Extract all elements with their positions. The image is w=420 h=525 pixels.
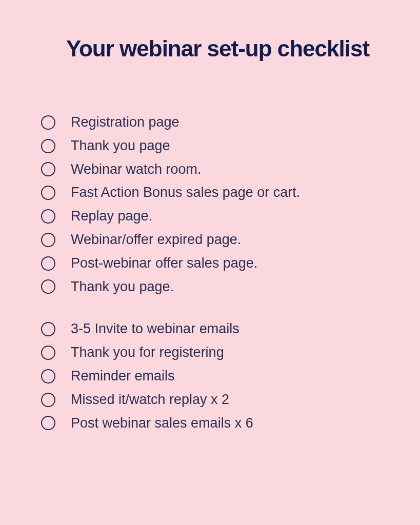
- checkbox-icon[interactable]: [41, 369, 55, 383]
- list-item: Reminder emails: [41, 367, 394, 386]
- list-item: Missed it/watch replay x 2: [41, 390, 394, 410]
- checkbox-icon[interactable]: [41, 162, 55, 176]
- checklist-container: Your webinar set-up checklist Registrati…: [0, 0, 420, 481]
- checkbox-icon[interactable]: [41, 186, 55, 200]
- item-label: Registration page: [71, 113, 179, 132]
- item-label: Thank you page: [71, 136, 170, 156]
- checkbox-icon[interactable]: [41, 393, 55, 407]
- item-label: Thank you for registering: [71, 343, 224, 362]
- item-label: Webinar/offer expired page.: [71, 230, 241, 250]
- item-label: Fast Action Bonus sales page or cart.: [71, 183, 300, 203]
- item-label: Webinar watch room.: [71, 160, 202, 179]
- list-item: Replay page.: [41, 207, 394, 226]
- item-label: Post webinar sales emails x 6: [71, 414, 253, 433]
- item-label: Reminder emails: [71, 367, 175, 386]
- checklist-group-pages: Registration page Thank you page Webinar…: [41, 113, 394, 296]
- list-item: Registration page: [41, 113, 394, 132]
- checkbox-icon[interactable]: [41, 416, 55, 430]
- list-item: Fast Action Bonus sales page or cart.: [41, 183, 394, 203]
- checkbox-icon[interactable]: [41, 115, 55, 130]
- list-item: Webinar watch room.: [41, 160, 394, 179]
- page-title: Your webinar set-up checklist: [41, 36, 394, 62]
- checkbox-icon[interactable]: [41, 209, 55, 224]
- item-label: Post-webinar offer sales page.: [71, 254, 257, 273]
- item-label: Replay page.: [71, 207, 152, 226]
- list-item: Thank you for registering: [41, 343, 394, 362]
- list-item: Thank you page.: [41, 277, 394, 297]
- list-item: Thank you page: [41, 136, 394, 156]
- item-label: Thank you page.: [71, 277, 174, 297]
- checkbox-icon[interactable]: [41, 139, 55, 153]
- list-item: Post webinar sales emails x 6: [41, 414, 394, 433]
- checkbox-icon[interactable]: [41, 233, 55, 247]
- checkbox-icon[interactable]: [41, 322, 55, 336]
- item-label: 3-5 Invite to webinar emails: [71, 319, 239, 339]
- list-item: 3-5 Invite to webinar emails: [41, 319, 394, 339]
- item-label: Missed it/watch replay x 2: [71, 390, 229, 410]
- checkbox-icon[interactable]: [41, 279, 55, 294]
- list-item: Webinar/offer expired page.: [41, 230, 394, 250]
- checkbox-icon[interactable]: [41, 256, 55, 271]
- checklist-group-emails: 3-5 Invite to webinar emails Thank you f…: [41, 319, 394, 433]
- checkbox-icon[interactable]: [41, 346, 55, 360]
- list-item: Post-webinar offer sales page.: [41, 254, 394, 273]
